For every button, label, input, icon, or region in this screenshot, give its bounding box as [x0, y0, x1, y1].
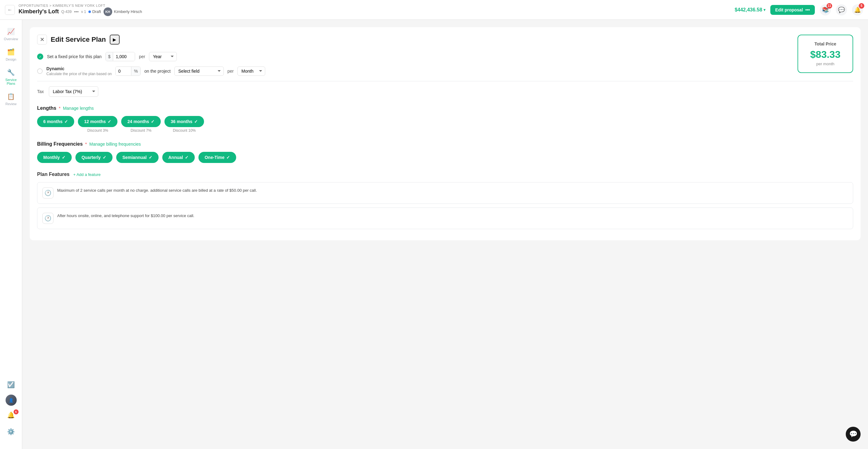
total-price-card: Total Price $83.33 per month [798, 35, 853, 73]
main-layout: 📈 Overview 🗂️ Design 🔧 Service Plans 📋 R… [0, 20, 868, 449]
on-project-label: on the project [144, 69, 170, 73]
period-select[interactable]: Year Month Quarter [149, 52, 177, 61]
sidebar-item-notifications[interactable]: 🔔 5 [1, 408, 21, 422]
total-price-value: $83.33 [807, 49, 844, 60]
billing-chips-row: Monthly ✓ Quarterly ✓ Semiannual ✓ Annua… [37, 152, 853, 163]
chip-6months-check: ✓ [64, 119, 68, 124]
edit-header: ✕ Edit Service Plan ▶ [37, 35, 853, 44]
back-button[interactable]: ← [5, 5, 15, 15]
sidebar-item-design[interactable]: 🗂️ Design [1, 45, 21, 64]
chip-monthly-label: Monthly [43, 155, 60, 160]
add-feature-link[interactable]: + Add a feature [73, 172, 101, 177]
divider [37, 81, 853, 81]
chip-col-12months: 12 months ✓ Discount 3% [78, 116, 118, 133]
chip-semiannual-label: Semiannual [122, 155, 147, 160]
chip-12months-discount: Discount 3% [88, 128, 108, 133]
books-icon-button[interactable]: 📚 11 [820, 4, 831, 16]
lengths-chips-row: 6 months ✓ 12 months ✓ Discount 3% 2 [37, 116, 853, 133]
chip-6months-label: 6 months [43, 119, 62, 124]
user-info: KH Kimberly Hirsch [103, 7, 142, 16]
chip-24months-label: 24 months [127, 119, 149, 124]
chat-widget[interactable]: 💬 [846, 427, 861, 442]
close-button[interactable]: ✕ [37, 35, 47, 44]
chip-12months-label: 12 months [84, 119, 106, 124]
chip-24months[interactable]: 24 months ✓ [121, 116, 161, 127]
chip-onetime-label: One-Time [205, 155, 224, 160]
chip-6months[interactable]: 6 months ✓ [37, 116, 74, 127]
version-badge: v 1 [81, 9, 86, 14]
billing-header: Billing Frequencies * Manage billing fre… [37, 141, 853, 147]
price-input[interactable] [113, 52, 135, 61]
chip-24months-discount: Discount 7% [131, 128, 152, 133]
feature-icon-2: 🕐 [42, 213, 54, 224]
pct-sign: % [131, 67, 140, 76]
chip-quarterly-label: Quarterly [82, 155, 101, 160]
tax-select[interactable]: Labor Tax (7%) Sales Tax (8%) No Tax [49, 86, 98, 97]
dollar-sign: $ [106, 52, 114, 61]
sidebar-avatar[interactable]: 👤 [6, 395, 17, 406]
billing-required-star: * [85, 142, 87, 147]
content-card: Total Price $83.33 per month ✕ Edit Serv… [30, 27, 861, 240]
bell-icon-button[interactable]: 🔔 5 [852, 4, 863, 16]
green-check-icon: ✓ [37, 54, 43, 60]
chip-monthly-check: ✓ [62, 155, 65, 160]
more-icon: ••• [805, 7, 810, 12]
tax-row: Tax Labor Tax (7%) Sales Tax (8%) No Tax [37, 86, 853, 97]
design-icon: 🗂️ [7, 48, 15, 56]
breadcrumb: OPPORTUNITIES > KIMBERLY'S NEW YORK LOFT [19, 4, 142, 7]
feature-text-1: Maximum of 2 service calls per month at … [57, 187, 257, 193]
sidebar: 📈 Overview 🗂️ Design 🔧 Service Plans 📋 R… [0, 20, 22, 449]
sidebar-label-review: Review [5, 102, 17, 106]
sidebar-label-design: Design [6, 58, 16, 61]
overview-icon: 📈 [7, 28, 15, 35]
billing-title: Billing Frequencies [37, 141, 83, 147]
price-input-wrap: $ [105, 52, 135, 61]
tax-label: Tax [37, 89, 44, 94]
chip-onetime-check: ✓ [226, 155, 230, 160]
dynamic-radio[interactable] [37, 68, 43, 74]
chip-onetime[interactable]: One-Time ✓ [198, 152, 236, 163]
required-star: * [59, 106, 60, 111]
dynamic-row: Dynamic Calculate the price of the plan … [37, 66, 853, 76]
sidebar-bottom: ☑️ 👤 🔔 5 ⚙️ [1, 373, 21, 444]
select-field-dropdown[interactable]: Select field [174, 66, 224, 76]
quote-id: Q-439 [61, 9, 71, 14]
chip-semiannual-check: ✓ [149, 155, 152, 160]
sidebar-notification-badge: 5 [13, 410, 19, 414]
manage-billing-link[interactable]: Manage billing frequencies [89, 142, 141, 147]
chip-12months-check: ✓ [107, 119, 111, 124]
edit-proposal-button[interactable]: Edit proposal ••• [770, 5, 815, 15]
pct-input[interactable] [116, 67, 131, 76]
total-price-sub: per month [807, 62, 844, 66]
sidebar-item-settings[interactable]: ⚙️ [1, 425, 21, 439]
play-button[interactable]: ▶ [110, 35, 120, 44]
chip-quarterly[interactable]: Quarterly ✓ [75, 152, 113, 163]
manage-lengths-link[interactable]: Manage lengths [63, 106, 94, 111]
feature-item-2: 🕐 After hours onsite, online, and teleph… [37, 208, 853, 229]
sidebar-item-review[interactable]: 📋 Review [1, 90, 21, 109]
fixed-price-row: ✓ Set a fixed price for this plan $ per … [37, 52, 853, 61]
chip-24months-check: ✓ [151, 119, 155, 124]
chat-icon-button[interactable]: 💬 [836, 4, 847, 16]
features-title: Plan Features [37, 172, 69, 177]
title-section: OPPORTUNITIES > KIMBERLY'S NEW YORK LOFT… [19, 4, 142, 16]
tasks-icon: ☑️ [7, 381, 15, 388]
feature-icon-1: 🕐 [42, 187, 54, 199]
dynamic-per-label: per [227, 69, 234, 73]
sidebar-label-overview: Overview [4, 37, 18, 41]
chip-36months[interactable]: 36 months ✓ [164, 116, 204, 127]
chip-quarterly-check: ✓ [103, 155, 106, 160]
chip-monthly[interactable]: Monthly ✓ [37, 152, 72, 163]
dynamic-subtitle: Calculate the price of the plan based on [46, 72, 112, 76]
sidebar-item-service-plans[interactable]: 🔧 Service Plans [1, 65, 21, 88]
chip-annual[interactable]: Annual ✓ [162, 152, 195, 163]
sidebar-item-tasks[interactable]: ☑️ [1, 378, 21, 392]
lengths-title: Lengths [37, 106, 56, 111]
bell-badge: 5 [859, 3, 864, 9]
lengths-header: Lengths * Manage lengths [37, 106, 853, 111]
chip-semiannual[interactable]: Semiannual ✓ [116, 152, 159, 163]
chip-12months[interactable]: 12 months ✓ [78, 116, 118, 127]
dynamic-period-select[interactable]: Month Quarter Year [238, 66, 265, 76]
total-price-link[interactable]: $442,436.58 ▾ [735, 7, 765, 13]
sidebar-item-overview[interactable]: 📈 Overview [1, 25, 21, 44]
